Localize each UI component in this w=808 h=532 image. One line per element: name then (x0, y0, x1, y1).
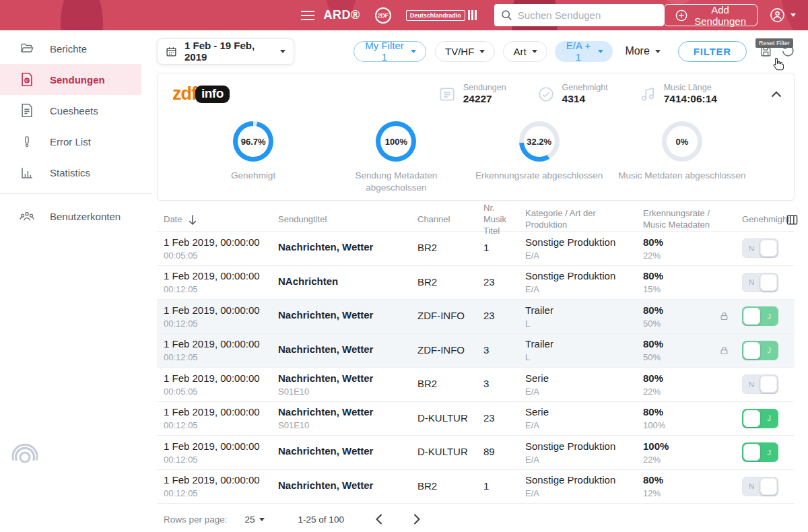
chevron-down-icon (790, 13, 796, 17)
apply-filter-button[interactable]: FILTER (678, 41, 747, 62)
reset-filter-tooltip: Reset Filter (755, 38, 793, 48)
search-icon (501, 9, 512, 21)
zdf-logo: 2DF (375, 7, 391, 24)
hand-cursor-icon (772, 57, 784, 73)
users-group-icon (19, 209, 35, 224)
toggle-knob (760, 376, 777, 393)
table-row[interactable]: 1 Feb 2019, 00:00:0000:05:05 Nachrichten… (157, 368, 795, 402)
sidebar-item-benutzerkonten[interactable]: Benutzerkonten (0, 201, 152, 232)
check-circle-icon (537, 86, 555, 103)
hamburger-menu-icon[interactable] (301, 3, 314, 28)
genehmight-toggle[interactable]: J (742, 409, 778, 428)
profile-menu[interactable] (770, 7, 796, 23)
column-settings-icon[interactable] (786, 215, 803, 225)
search-input[interactable] (518, 9, 657, 21)
main-content: 1 Feb - 19 Feb, 2019 My Filter 1 TV/HF A… (157, 30, 795, 532)
stat-sendungen: Sendungen 24227 (438, 83, 506, 105)
file-chart-icon (19, 72, 35, 87)
table-row[interactable]: 1 Feb 2019, 00:00:0000:12:05 Nachrichten… (157, 436, 795, 470)
date-range-picker[interactable]: 1 Feb - 19 Feb, 2019 (157, 38, 294, 65)
chevron-down-icon (411, 50, 416, 53)
sidebar-item-error-list[interactable]: Error List (0, 126, 152, 157)
stat-genehmight: Genehmight 4314 (537, 83, 608, 105)
chevron-down-icon (655, 50, 661, 53)
donut-music-metadaten: 0% Music Metdaten abgeschlossen (611, 121, 753, 194)
concentric-arcs-logo (9, 441, 40, 475)
exclamation-icon (19, 134, 35, 149)
art-filter-pill[interactable]: Art (503, 41, 547, 62)
ea-filter-pill[interactable]: E/A + 1 (555, 41, 613, 62)
column-header-nr-musik-titel[interactable]: Nr. Musik Titel (483, 203, 525, 237)
tv-hf-filter-pill[interactable]: TV/HF (435, 41, 495, 62)
search-box[interactable] (494, 4, 664, 26)
column-header-erkennungsrate[interactable]: Erkennungsrate / Music Metadaten (643, 208, 718, 231)
genehmight-toggle[interactable]: N (742, 273, 778, 292)
stat-music-laenge: Music Länge 7414:06:14 (639, 83, 717, 105)
chevron-down-icon (598, 50, 603, 53)
rows-per-page-label: Rows per page: (164, 514, 228, 525)
column-header-genehmight[interactable]: Genehmight (742, 214, 786, 226)
user-avatar-icon (770, 7, 785, 23)
zdfinfo-channel-logo: zdfinfo (172, 84, 230, 104)
genehmight-toggle[interactable]: J (742, 442, 778, 462)
chevron-down-icon (259, 518, 265, 521)
column-header-date[interactable]: Date (164, 214, 182, 226)
ard-logo: ARD® (324, 8, 360, 22)
plus-circle-icon (675, 9, 687, 22)
next-page-button[interactable] (413, 514, 421, 525)
toggle-knob (743, 410, 760, 427)
genehmight-toggle[interactable]: N (742, 238, 778, 258)
genehmight-toggle[interactable]: J (742, 306, 778, 326)
table-row[interactable]: 1 Feb 2019, 00:00:0000:12:05 Nachrichten… (157, 470, 795, 504)
genehmight-toggle[interactable]: N (742, 477, 778, 496)
lock-icon (719, 311, 742, 321)
calendar-icon (166, 46, 177, 57)
header-decor (61, 0, 103, 30)
my-filter-pill[interactable]: My Filter 1 (354, 41, 426, 62)
more-filters-button[interactable]: More (621, 41, 664, 62)
channel-summary-card: zdfinfo Sendungen 24227 (157, 73, 795, 201)
table-pagination: Rows per page: 25 1-25 of 100 (157, 504, 795, 532)
toggle-knob (743, 342, 760, 359)
toggle-knob (760, 274, 777, 291)
chevron-down-icon (280, 50, 285, 53)
donut-sendung-metadaten: 100% Sendung Metadaten abgescholssen (325, 121, 467, 194)
lock-icon (719, 345, 742, 356)
sidebar: Berichte Sendungen Cuesheets Error List … (0, 30, 152, 532)
table-row[interactable]: 1 Feb 2019, 00:00:0000:12:05 Nachrichten… (157, 402, 795, 436)
donut-genehmigt: 96.7% Genehmigt (182, 121, 325, 194)
sidebar-item-statistics[interactable]: Statistics (0, 157, 152, 188)
sidebar-item-cuesheets[interactable]: Cuesheets (0, 95, 152, 126)
list-icon (438, 86, 456, 103)
toggle-knob (760, 240, 777, 257)
genehmight-toggle[interactable]: J (742, 341, 778, 360)
rows-per-page-select[interactable]: 25 (245, 514, 265, 525)
genehmight-toggle[interactable]: N (742, 374, 778, 394)
column-header-channel[interactable]: Channel (417, 214, 483, 226)
toggle-knob (743, 444, 760, 461)
music-note-icon (639, 86, 656, 103)
folder-open-icon (19, 41, 35, 56)
chevron-down-icon (532, 50, 537, 53)
sendungen-table: Date Sendungtitel Channel Nr. Musik Tite… (157, 203, 795, 532)
add-sendungen-button[interactable]: Add Sendungen (664, 4, 758, 26)
table-row[interactable]: 1 Feb 2019, 00:00:0000:12:05 Nachrichten… (157, 300, 795, 334)
sort-desc-icon[interactable] (189, 215, 197, 225)
column-header-sendungtitel[interactable]: Sendungtitel (278, 214, 417, 226)
filter-bar: 1 Feb - 19 Feb, 2019 My Filter 1 TV/HF A… (157, 35, 795, 67)
document-icon (19, 103, 35, 118)
date-range-value: 1 Feb - 19 Feb, 2019 (184, 40, 273, 63)
sidebar-item-berichte[interactable]: Berichte (0, 33, 152, 64)
sidebar-item-sendungen[interactable]: Sendungen (0, 64, 141, 95)
table-header-row: Date Sendungtitel Channel Nr. Musik Tite… (157, 203, 795, 232)
table-row[interactable]: 1 Feb 2019, 00:00:0000:12:05 NAchrichten… (157, 266, 795, 300)
bar-chart-icon (19, 166, 35, 180)
table-row[interactable]: 1 Feb 2019, 00:00:0000:12:05 Nachrichten… (157, 334, 795, 368)
deutschlandradio-logo: Deutschlandradio (406, 10, 477, 21)
donut-erkennungsrate: 32.2% Erkennungsrate abgeschlossen (468, 121, 611, 194)
table-row[interactable]: 1 Feb 2019, 00:00:0000:05:05 Nachrichten… (157, 232, 795, 266)
column-header-kategorie[interactable]: Kategorie / Art der Produktion (525, 208, 616, 231)
top-header: ARD® 2DF Deutschlandradio Add Sendungen (0, 0, 808, 30)
collapse-chevron-up-icon[interactable] (771, 88, 782, 100)
previous-page-button[interactable] (375, 514, 382, 525)
